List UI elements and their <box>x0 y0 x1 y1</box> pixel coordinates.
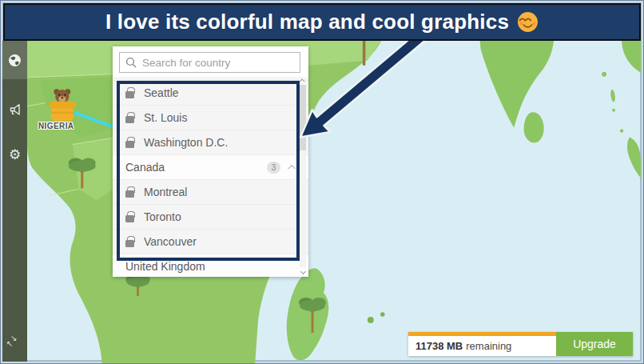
sidebar-item-settings[interactable]: ⚙ <box>2 135 27 174</box>
list-item-city[interactable]: Toronto <box>113 205 308 230</box>
megaphone-icon <box>8 102 22 117</box>
sri-lanka-landmass <box>524 112 544 142</box>
city-label: Washington D.C. <box>144 136 228 149</box>
list-item-city[interactable]: St. Louis <box>113 106 308 130</box>
madagascar-landmass <box>287 268 329 360</box>
search-header <box>113 46 308 77</box>
scroll-thumb[interactable] <box>300 85 306 150</box>
search-input[interactable] <box>142 57 294 69</box>
scroll-track[interactable] <box>300 85 306 267</box>
city-label: Montreal <box>144 186 187 198</box>
city-label: Toronto <box>144 210 181 223</box>
caption-banner: I love its colorful map and cool graphic… <box>3 3 641 41</box>
server-list-panel: San Jose Seattle St. Louis Washington D.… <box>113 46 308 277</box>
collapse-window-button[interactable]: ↘ ↖ <box>2 334 27 350</box>
data-remaining-label: remaining <box>466 340 511 352</box>
list-item-city[interactable]: Washington D.C. <box>113 130 308 155</box>
sidebar-item-announcements[interactable] <box>2 90 27 129</box>
chevron-up-icon <box>288 164 296 172</box>
city-label: Seattle <box>144 86 179 99</box>
scroll-up-icon[interactable] <box>299 78 304 84</box>
lock-icon <box>125 240 134 247</box>
country-label: United Kingdom <box>125 260 205 273</box>
gear-icon: ⚙ <box>9 148 21 162</box>
lock-icon <box>125 141 134 148</box>
scroll-down-icon[interactable] <box>300 269 305 274</box>
country-label: Canada <box>125 161 165 174</box>
caption-text: I love its colorful map and cool graphic… <box>105 10 509 34</box>
sidebar: ⚙ ↘ ↖ <box>2 41 27 362</box>
india-landmass <box>479 40 554 128</box>
map-country-label: NIGERIA <box>38 122 74 130</box>
list-item-city[interactable]: Vancouver <box>113 230 308 254</box>
location-list: San Jose Seattle St. Louis Washington D.… <box>113 56 308 277</box>
globe-icon <box>8 54 22 67</box>
list-item-city[interactable]: Montreal <box>113 180 308 205</box>
data-amount: 11738 MB <box>415 340 463 352</box>
sidebar-item-map[interactable] <box>2 41 27 79</box>
upgrade-button[interactable]: Upgrade <box>556 332 633 356</box>
search-box <box>119 52 300 73</box>
lock-icon <box>125 91 134 98</box>
list-item-city[interactable]: Seattle <box>113 81 308 106</box>
data-remaining-meter: 11738 MB remaining <box>408 332 556 356</box>
server-count-badge: 3 <box>267 162 280 174</box>
data-usage-widget: 11738 MB remaining Upgrade <box>408 332 633 356</box>
lock-icon <box>125 215 134 222</box>
city-label: Vancouver <box>144 235 197 248</box>
smiling-emoji-icon <box>517 11 539 33</box>
list-item-country-canada[interactable]: Canada 3 <box>113 155 308 180</box>
lock-icon <box>125 190 134 198</box>
world-map[interactable] <box>1 1 643 364</box>
app-window: NIGERIA ⚙ ↘ ↖ San Jose <box>0 0 644 364</box>
collapse-arrows-icon: ↖ <box>6 340 13 348</box>
city-label: St. Louis <box>144 111 187 124</box>
list-item-country-uk[interactable]: United Kingdom <box>113 254 308 277</box>
lock-icon <box>125 116 134 123</box>
search-icon <box>125 57 137 68</box>
scrollbar[interactable] <box>298 78 308 274</box>
